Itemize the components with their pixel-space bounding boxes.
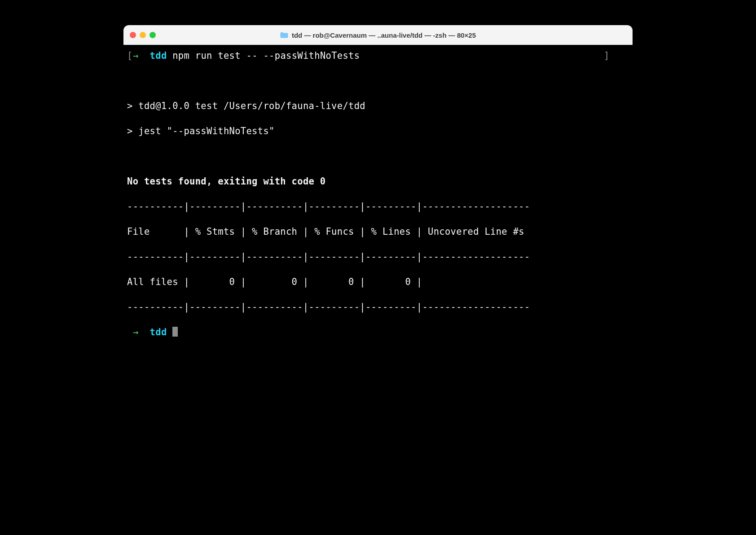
- titlebar-title: tdd — rob@Cavernaum — ..auna-live/tdd — …: [280, 31, 476, 39]
- folder-icon: [280, 32, 288, 38]
- window-title-text: tdd — rob@Cavernaum — ..auna-live/tdd — …: [292, 31, 476, 39]
- no-tests-message: No tests found, exiting with code 0: [127, 175, 629, 188]
- prompt-lbracket: [: [127, 50, 133, 61]
- coverage-table-border-bot: ----------|---------|----------|--------…: [127, 301, 629, 313]
- coverage-table-header: File | % Stmts | % Branch | % Funcs | % …: [127, 225, 629, 238]
- npm-script-line-2: > jest "--passWithNoTests": [127, 125, 629, 137]
- prompt-command: npm run test -- --passWithNoTests: [172, 50, 360, 61]
- maximize-icon[interactable]: [149, 32, 156, 38]
- terminal-window: tdd — rob@Cavernaum — ..auna-live/tdd — …: [123, 25, 633, 359]
- close-icon[interactable]: [130, 32, 136, 38]
- blank-line: [127, 75, 629, 87]
- cursor-icon: [172, 327, 178, 337]
- blank-line: [127, 150, 629, 162]
- prompt-arrow-icon: →: [133, 50, 139, 61]
- npm-script-line-1: > tdd@1.0.0 test /Users/rob/fauna-live/t…: [127, 100, 629, 112]
- titlebar[interactable]: tdd — rob@Cavernaum — ..auna-live/tdd — …: [123, 25, 633, 45]
- prompt-line-1: [→ tdd npm run test -- --passWithNoTests…: [127, 49, 629, 62]
- coverage-table-row: All files | 0 | 0 | 0 | 0 |: [127, 276, 629, 288]
- traffic-lights: [130, 32, 156, 38]
- prompt-line-2: → tdd: [127, 326, 629, 338]
- minimize-icon[interactable]: [140, 32, 146, 38]
- terminal-body[interactable]: [→ tdd npm run test -- --passWithNoTests…: [123, 45, 633, 359]
- prompt-dir: tdd: [150, 50, 167, 61]
- prompt-rbracket: ]: [604, 50, 610, 61]
- coverage-table-border-mid: ----------|---------|----------|--------…: [127, 250, 629, 263]
- prompt-arrow-icon: →: [133, 327, 139, 338]
- prompt-dir: tdd: [150, 327, 167, 338]
- coverage-table-border-top: ----------|---------|----------|--------…: [127, 200, 629, 213]
